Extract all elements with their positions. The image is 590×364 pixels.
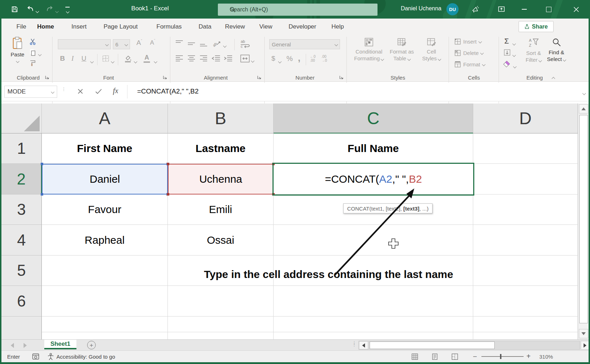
cell-D4[interactable] (473, 225, 578, 256)
borders-button[interactable] (102, 55, 109, 62)
collapse-ribbon-button[interactable] (552, 75, 555, 82)
insert-function-button[interactable]: fx (113, 86, 118, 95)
cell-D7[interactable] (473, 317, 578, 332)
cell-styles-button[interactable]: CellStyles (419, 37, 444, 62)
alignment-dialog-launcher-icon[interactable] (257, 75, 261, 80)
cell-C4[interactable] (274, 225, 473, 256)
cell-B7[interactable] (168, 317, 274, 332)
tab-page-layout[interactable]: Page Layout (102, 19, 139, 35)
tab-home[interactable]: Home (36, 19, 55, 36)
cell-A2[interactable]: Daniel (42, 164, 168, 194)
select-all-corner[interactable] (1, 103, 42, 133)
ribbon-display-options-icon[interactable] (496, 5, 506, 14)
search-input[interactable]: Search (Alt+Q) (218, 4, 378, 16)
font-color-button[interactable]: A (144, 54, 150, 63)
wrap-text-button[interactable]: abc (240, 39, 250, 48)
borders-dropdown-icon[interactable] (111, 58, 114, 65)
confirm-entry-icon[interactable] (95, 88, 102, 95)
conditional-formatting-button[interactable]: ConditionalFormatting (353, 37, 385, 62)
horizontal-scrollbar[interactable] (359, 341, 580, 350)
underline-dropdown-icon[interactable] (91, 58, 93, 65)
font-dialog-launcher-icon[interactable] (163, 75, 167, 80)
vertical-scrollbar[interactable] (578, 103, 589, 339)
accessibility-status[interactable]: Accessibility: Good to go (56, 354, 115, 360)
decrease-decimal-button[interactable]: .00→0 (321, 55, 327, 62)
accounting-dropdown-icon[interactable] (279, 58, 281, 65)
sort-filter-button[interactable]: AZ Sort &Filter (522, 37, 545, 63)
increase-decimal-button[interactable]: ←0.00 (310, 55, 316, 62)
cell-A7[interactable] (42, 317, 168, 332)
find-select-button[interactable]: Find &Select (546, 37, 567, 62)
insert-cells-button[interactable]: Insert (454, 38, 481, 45)
cell-A6[interactable] (42, 286, 168, 317)
formula-bar-input[interactable]: =CONCAT(A2," ",B2 (137, 87, 199, 95)
fill-button[interactable] (504, 49, 511, 56)
number-format-select[interactable]: General (269, 39, 340, 49)
decrease-indent-button[interactable] (211, 55, 221, 62)
accessibility-icon[interactable] (47, 353, 54, 360)
align-right-button[interactable] (199, 55, 208, 62)
comma-style-button[interactable]: , (298, 52, 300, 64)
tab-formulas[interactable]: Formulas (155, 19, 183, 35)
tab-help[interactable]: Help (330, 19, 345, 35)
row-header-5[interactable]: 5 (1, 256, 42, 286)
user-name[interactable]: Daniel Uchenna (395, 5, 441, 12)
minimize-button[interactable] (516, 0, 533, 19)
italic-button[interactable]: I (71, 55, 74, 62)
cell-C7[interactable] (274, 317, 473, 332)
sheet-tab-sheet1[interactable]: Sheet1 (44, 340, 76, 349)
accounting-format-button[interactable]: $ (271, 55, 275, 62)
horizontal-scroll-thumb[interactable] (370, 342, 495, 349)
maximize-button[interactable] (540, 0, 557, 19)
undo-button[interactable] (25, 5, 36, 14)
orientation-dropdown-icon[interactable] (224, 42, 226, 49)
fill-dropdown-icon[interactable] (513, 52, 515, 58)
cell-A5[interactable] (42, 256, 168, 286)
column-header-c[interactable]: C (274, 103, 473, 133)
hscroll-resizer[interactable]: ⋮⋮ (352, 342, 356, 346)
underline-button[interactable]: U (81, 55, 86, 62)
merge-center-button[interactable] (240, 54, 250, 63)
cell-A4[interactable]: Rapheal (42, 225, 168, 256)
zoom-slider-track[interactable] (481, 356, 524, 357)
cancel-entry-icon[interactable] (77, 88, 84, 95)
copy-button[interactable] (29, 49, 41, 57)
macro-record-icon[interactable] (32, 353, 39, 360)
sheet-nav-prev-icon[interactable] (11, 343, 14, 348)
align-bottom-button[interactable] (199, 40, 208, 47)
tab-review[interactable]: Review (224, 19, 246, 35)
redo-dropdown-icon[interactable] (56, 8, 58, 14)
cell-D2[interactable] (473, 164, 578, 194)
orientation-button[interactable]: ab (212, 39, 221, 48)
fill-color-dropdown-icon[interactable] (134, 58, 137, 65)
tab-developer[interactable]: Developer (287, 19, 318, 35)
cell-B2[interactable]: Uchenna (168, 164, 274, 194)
increase-font-size-button[interactable]: Aˆ (136, 39, 142, 47)
cell-A1[interactable]: First Name (42, 133, 168, 164)
number-dialog-launcher-icon[interactable] (339, 75, 344, 80)
scroll-down-button[interactable] (579, 329, 588, 338)
bold-button[interactable]: B (60, 55, 65, 62)
undo-dropdown-icon[interactable] (36, 8, 39, 14)
delete-cells-button[interactable]: Delete (454, 50, 483, 56)
close-button[interactable] (567, 0, 585, 19)
cell-B8[interactable] (168, 332, 274, 339)
cell-C1[interactable]: Full Name (274, 133, 473, 164)
row-header-1[interactable]: 1 (1, 133, 42, 164)
column-header-d[interactable]: D (473, 103, 578, 133)
normal-view-icon[interactable] (411, 353, 418, 360)
paste-button[interactable]: Paste (9, 37, 26, 71)
column-header-b[interactable]: B (168, 103, 274, 133)
tab-data[interactable]: Data (197, 19, 213, 35)
format-cells-button[interactable]: Format (454, 61, 485, 68)
quick-access-toolbar-menu[interactable] (65, 7, 70, 15)
cell-D3[interactable] (473, 194, 578, 225)
redo-button[interactable] (44, 5, 55, 14)
avatar[interactable]: DU (446, 3, 459, 15)
row-header-3[interactable]: 3 (1, 194, 42, 225)
percent-style-button[interactable]: % (286, 55, 293, 63)
formula-bar-resizer[interactable]: ⋮ (61, 88, 66, 90)
cut-button[interactable] (29, 38, 36, 47)
format-as-table-button[interactable]: Format asTable (386, 37, 417, 62)
cell-A3[interactable]: Favour (42, 194, 168, 225)
